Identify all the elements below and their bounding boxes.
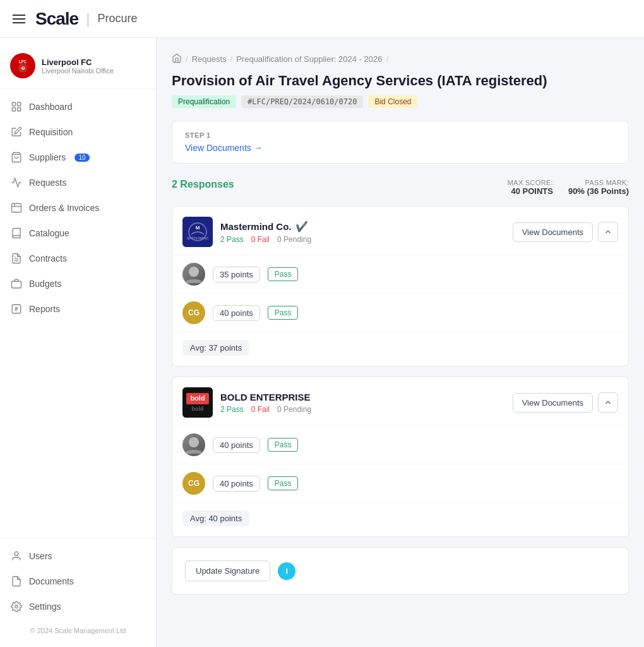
svg-text:⚽: ⚽ xyxy=(21,66,25,71)
avatar-mastermind-1 xyxy=(182,263,205,286)
step-card: STEP 1 View Documents → xyxy=(172,121,629,164)
collapse-btn-bold[interactable] xyxy=(598,392,618,413)
view-docs-btn-bold[interactable]: View Documents xyxy=(513,393,593,413)
svg-point-23 xyxy=(189,437,199,447)
logo-product: Procure xyxy=(97,12,137,25)
supplier-header-mastermind: M MASTERMIND Mastermind Co. ✔️ 2 Pass 0 … xyxy=(172,207,628,255)
svg-rect-14 xyxy=(12,281,21,288)
svg-point-17 xyxy=(15,605,18,608)
sidebar-label-orders: Orders & Invoices xyxy=(29,203,99,213)
sidebar-item-reports[interactable]: Reports xyxy=(0,296,156,322)
sidebar-item-documents[interactable]: Documents xyxy=(0,569,156,594)
orders-icon xyxy=(10,202,23,214)
view-docs-btn-mastermind[interactable]: View Documents xyxy=(513,222,593,242)
pass-badge-bold-2: Pass xyxy=(268,476,299,490)
page-title: Provision of Air Travel Agency Services … xyxy=(172,73,629,89)
avatar-bold-2: CG xyxy=(182,472,205,495)
settings-icon xyxy=(10,600,23,613)
sidebar-label-requests: Requests xyxy=(29,178,66,188)
sidebar-label-documents: Documents xyxy=(29,576,74,586)
users-icon xyxy=(10,550,23,562)
sidebar-item-requisition[interactable]: Requisition xyxy=(0,119,156,145)
dashboard-icon xyxy=(10,100,23,113)
sidebar-item-catalogue[interactable]: Catalogue xyxy=(0,221,156,246)
supplier-card-bold: bold bold BOLD ENTERPRISE 2 Pass 0 Fail … xyxy=(172,377,629,537)
evaluator-row-bold-2: CG 40 points Pass xyxy=(172,464,628,503)
suppliers-icon xyxy=(10,151,23,164)
pass-badge-bold-1: Pass xyxy=(268,438,299,452)
sidebar-label-dashboard: Dashboard xyxy=(29,102,73,112)
evaluator-row-bold-1: 40 points Pass xyxy=(172,426,628,464)
avg-row-mastermind: Avg: 37 points xyxy=(172,332,628,366)
tag-id: #LFC/PREQ/2024/0610/0720 xyxy=(241,95,363,108)
hamburger-button[interactable] xyxy=(13,15,25,23)
supplier-name-bold: BOLD ENTERPRISE xyxy=(220,392,311,402)
requisition-icon xyxy=(10,126,23,138)
step-label: STEP 1 xyxy=(185,131,616,139)
pass-badge-mastermind-1: Pass xyxy=(268,267,299,281)
pass-badge-mastermind-2: Pass xyxy=(268,306,299,320)
points-badge-mastermind-1: 35 points xyxy=(213,267,260,282)
sidebar-item-budgets[interactable]: Budgets xyxy=(0,271,156,296)
update-signature-button[interactable]: Update Signature xyxy=(185,560,270,581)
avg-badge-mastermind: Avg: 37 points xyxy=(182,340,249,356)
svg-rect-6 xyxy=(12,108,15,111)
supplier-info-bold: BOLD ENTERPRISE 2 Pass 0 Fail 0 Pending xyxy=(220,392,513,414)
supplier-stats-mastermind: 2 Pass 0 Fail 0 Pending xyxy=(220,235,513,244)
home-icon[interactable] xyxy=(172,53,182,65)
org-name: Liverpool FC xyxy=(42,57,146,67)
supplier-logo-bold: bold bold xyxy=(182,387,213,418)
sidebar-item-dashboard[interactable]: Dashboard xyxy=(0,94,156,119)
sidebar-label-contracts: Contracts xyxy=(29,253,67,263)
avatar-bold-1 xyxy=(182,433,205,456)
supplier-info-mastermind: Mastermind Co. ✔️ 2 Pass 0 Fail 0 Pendin… xyxy=(220,221,513,244)
max-score: MAX SCORE: 40 POINTS xyxy=(508,179,553,196)
documents-icon xyxy=(10,575,23,588)
responses-title: 2 Responses xyxy=(172,179,234,190)
sidebar-label-catalogue: Catalogue xyxy=(29,228,69,238)
stat-pending-mastermind: 0 Pending xyxy=(277,235,311,244)
svg-rect-9 xyxy=(12,203,21,212)
sidebar-label-suppliers: Suppliers xyxy=(29,152,66,162)
tag-bid-closed: Bid Closed xyxy=(368,95,417,108)
evaluator-row-mastermind-2: CG 40 points Pass xyxy=(172,294,628,332)
avg-badge-bold: Avg: 40 points xyxy=(182,511,249,526)
supplier-actions-bold: View Documents xyxy=(513,392,618,413)
sidebar: LFC ⚽ Liverpool FC Liverpool Nairobi Off… xyxy=(0,38,157,647)
view-documents-link[interactable]: View Documents → xyxy=(185,143,616,153)
evaluator-row-mastermind-1: 35 points Pass xyxy=(172,255,628,294)
sidebar-item-orders[interactable]: Orders & Invoices xyxy=(0,195,156,221)
collapse-btn-mastermind[interactable] xyxy=(598,222,618,242)
sidebar-item-settings[interactable]: Settings xyxy=(0,594,156,619)
breadcrumb-requests[interactable]: Requests xyxy=(192,54,227,64)
main-layout: LFC ⚽ Liverpool FC Liverpool Nairobi Off… xyxy=(0,38,644,647)
catalogue-icon xyxy=(10,227,23,239)
sidebar-item-contracts[interactable]: Contracts xyxy=(0,246,156,271)
info-icon: i xyxy=(278,562,295,580)
suppliers-badge: 10 xyxy=(75,154,89,162)
avg-row-bold: Avg: 40 points xyxy=(172,503,628,536)
supplier-card-mastermind: M MASTERMIND Mastermind Co. ✔️ 2 Pass 0 … xyxy=(172,206,629,366)
logo: Scale | Procure xyxy=(35,9,137,29)
breadcrumb: / Requests / Prequalification of Supplie… xyxy=(172,53,629,65)
sidebar-item-requests[interactable]: Requests xyxy=(0,170,156,195)
sidebar-item-users[interactable]: Users xyxy=(0,543,156,569)
breadcrumb-prequalification[interactable]: Prequalification of Supplier: 2024 - 202… xyxy=(236,54,382,64)
pass-mark: PASS MARK: 90% (36 Points) xyxy=(568,179,629,196)
points-badge-mastermind-2: 40 points xyxy=(213,305,260,321)
tag-prequalification: Prequalification xyxy=(172,95,236,108)
sidebar-label-settings: Settings xyxy=(29,602,61,612)
sidebar-item-suppliers[interactable]: Suppliers 10 xyxy=(0,145,156,170)
org-logo: LFC ⚽ xyxy=(10,53,35,78)
svg-point-22 xyxy=(189,267,199,277)
stat-pending-bold: 0 Pending xyxy=(277,405,311,414)
points-badge-bold-2: 40 points xyxy=(213,476,260,492)
sidebar-label-reports: Reports xyxy=(29,304,60,314)
svg-text:LFC: LFC xyxy=(19,59,27,64)
header: Scale | Procure xyxy=(0,0,644,38)
tags-row: Prequalification #LFC/PREQ/2024/0610/072… xyxy=(172,95,629,108)
main-content: / Requests / Prequalification of Supplie… xyxy=(157,38,644,647)
supplier-actions-mastermind: View Documents xyxy=(513,222,618,242)
bottom-section: Update Signature i xyxy=(172,547,629,595)
svg-rect-7 xyxy=(18,108,21,111)
